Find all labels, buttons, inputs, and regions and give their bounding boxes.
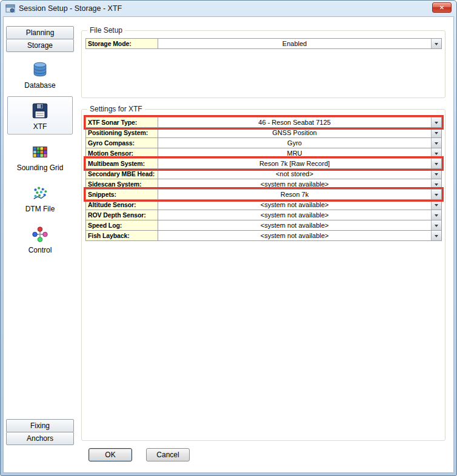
sidebar-item-sounding-grid[interactable]: Sounding Grid: [7, 137, 73, 176]
setting-label: Altitude Sensor:: [85, 199, 158, 210]
sidebar-item-xtf[interactable]: XTF: [7, 96, 73, 134]
setting-row-motion-sensor: Motion Sensor: MRU: [85, 148, 442, 159]
dialog-client-area: Planning Storage Database: [3, 16, 454, 473]
altitude-sensor-select[interactable]: <system not available>: [158, 199, 442, 210]
setting-label: Motion Sensor:: [85, 148, 158, 159]
setting-label: Fish Layback:: [85, 230, 158, 241]
settings-title: Settings for XTF: [87, 105, 145, 113]
dropdown-arrow-icon[interactable]: [431, 39, 441, 48]
fish-layback-select[interactable]: <system not available>: [158, 230, 442, 241]
ok-button[interactable]: OK: [88, 448, 132, 461]
sidebar-item-fixing[interactable]: Fixing: [6, 419, 74, 432]
setting-label: Snippets:: [85, 189, 158, 200]
setting-label: XTF Sonar Type:: [85, 117, 158, 128]
sidescan-system-select[interactable]: <system not available>: [158, 179, 442, 190]
combo-value: Gyro: [158, 138, 431, 148]
dropdown-arrow-icon[interactable]: [431, 231, 441, 240]
sidebar-item-label: Control: [28, 246, 52, 254]
setting-row-snippets: Snippets: Reson 7k: [85, 189, 442, 200]
setting-label: Gyro Compass:: [85, 137, 158, 148]
storage-mode-label: Storage Mode:: [85, 38, 158, 49]
dropdown-arrow-icon[interactable]: [431, 210, 441, 220]
sidebar-item-control[interactable]: Control: [7, 220, 73, 258]
storage-mode-select[interactable]: Enabled: [158, 38, 442, 49]
combo-value: <system not available>: [158, 220, 431, 230]
setting-row-speed-log: Speed Log: <system not available>: [85, 220, 442, 231]
sidebar: Planning Storage Database: [4, 17, 75, 472]
window-title: Session Setup - Storage - XTF: [19, 4, 122, 13]
sidebar-item-label: Database: [24, 81, 55, 90]
combo-value: Enabled: [158, 39, 431, 48]
dropdown-arrow-icon[interactable]: [431, 220, 441, 230]
settings-groupbox: Settings for XTF XTF Sonar Type: 46 - Re…: [81, 109, 445, 441]
setting-row-positioning-system: Positioning System: GNSS Position: [85, 127, 442, 138]
dialog-footer: OK Cancel: [81, 441, 445, 469]
sidebar-item-planning[interactable]: Planning: [6, 26, 74, 39]
main-panel: File Setup Storage Mode: Enabled Setting…: [75, 17, 453, 472]
combo-value: <system not available>: [158, 210, 431, 220]
combo-value: Reson 7k [Raw Record]: [158, 159, 431, 168]
dropdown-arrow-icon[interactable]: [431, 148, 441, 158]
close-button[interactable]: ✕: [432, 2, 452, 13]
multibeam-system-select[interactable]: Reson 7k [Raw Record]: [158, 158, 442, 169]
setting-label: Positioning System:: [85, 127, 158, 138]
app-icon: [5, 4, 15, 13]
setting-row-altitude-sensor: Altitude Sensor: <system not available>: [85, 199, 442, 210]
combo-value: 46 - Reson Seabat 7125: [158, 117, 431, 127]
dropdown-arrow-icon[interactable]: [431, 138, 441, 148]
sidebar-item-label: Sounding Grid: [17, 164, 64, 172]
secondary-mbe-head-select[interactable]: <not stored>: [158, 168, 442, 179]
file-setup-title: File Setup: [87, 26, 125, 35]
dropdown-arrow-icon[interactable]: [431, 169, 441, 179]
setting-row-sidescan-system: Sidescan System: <system not available>: [85, 179, 442, 190]
gyro-compass-select[interactable]: Gyro: [158, 137, 442, 148]
setting-row-rov-depth-sensor: ROV Depth Sensor: <system not available>: [85, 210, 442, 220]
setting-row-xtf-sonar-type: XTF Sonar Type: 46 - Reson Seabat 7125: [85, 117, 442, 128]
sidebar-item-dtm-file[interactable]: DTM File: [7, 179, 73, 217]
combo-value: MRU: [158, 148, 431, 158]
setting-row-gyro-compass: Gyro Compass: Gyro: [85, 137, 442, 148]
setting-label: ROV Depth Sensor:: [85, 210, 158, 220]
motion-sensor-select[interactable]: MRU: [158, 148, 442, 159]
dropdown-arrow-icon[interactable]: [431, 117, 441, 127]
sidebar-item-anchors[interactable]: Anchors: [6, 432, 74, 445]
sidebar-item-storage[interactable]: Storage: [6, 39, 74, 52]
file-setup-groupbox: File Setup Storage Mode: Enabled: [81, 30, 445, 98]
combo-value: Reson 7k: [158, 190, 431, 199]
combo-value: <not stored>: [158, 169, 431, 179]
positioning-system-select[interactable]: GNSS Position: [158, 127, 442, 138]
speed-log-select[interactable]: <system not available>: [158, 220, 442, 231]
dropdown-arrow-icon[interactable]: [431, 179, 441, 189]
setting-row-fish-layback: Fish Layback: <system not available>: [85, 230, 442, 241]
title-bar: Session Setup - Storage - XTF ✕: [1, 1, 456, 16]
close-icon: ✕: [439, 5, 444, 11]
dropdown-arrow-icon[interactable]: [431, 200, 441, 210]
snippets-select[interactable]: Reson 7k: [158, 189, 442, 200]
dtm-file-icon: [30, 183, 50, 203]
cancel-button[interactable]: Cancel: [146, 448, 190, 461]
setting-label: Secondary MBE Head:: [85, 168, 158, 179]
dropdown-arrow-icon[interactable]: [431, 159, 441, 168]
setting-row-multibeam-system: Multibeam System: Reson 7k [Raw Record]: [85, 158, 442, 169]
sidebar-item-label: DTM File: [25, 205, 55, 213]
setting-label: Speed Log:: [85, 220, 158, 231]
sidebar-item-database[interactable]: Database: [7, 55, 73, 93]
control-icon: [30, 225, 50, 244]
combo-value: <system not available>: [158, 179, 431, 189]
combo-value: GNSS Position: [158, 128, 431, 137]
setting-row-secondary-mbe-head: Secondary MBE Head: <not stored>: [85, 168, 442, 179]
database-icon: [30, 60, 50, 79]
session-setup-window: Session Setup - Storage - XTF ✕ Planning…: [0, 0, 457, 476]
sounding-grid-icon: [30, 142, 50, 162]
dropdown-arrow-icon[interactable]: [431, 190, 441, 199]
setting-label: Multibeam System:: [85, 158, 158, 169]
setting-row-storage-mode: Storage Mode: Enabled: [85, 38, 442, 49]
rov-depth-sensor-select[interactable]: <system not available>: [158, 210, 442, 220]
combo-value: <system not available>: [158, 200, 431, 210]
sidebar-item-label: XTF: [33, 122, 47, 131]
floppy-disk-icon: [30, 101, 50, 121]
combo-value: <system not available>: [158, 231, 431, 240]
setting-label: Sidescan System:: [85, 179, 158, 190]
xtf-sonar-type-select[interactable]: 46 - Reson Seabat 7125: [158, 117, 442, 128]
dropdown-arrow-icon[interactable]: [431, 128, 441, 137]
